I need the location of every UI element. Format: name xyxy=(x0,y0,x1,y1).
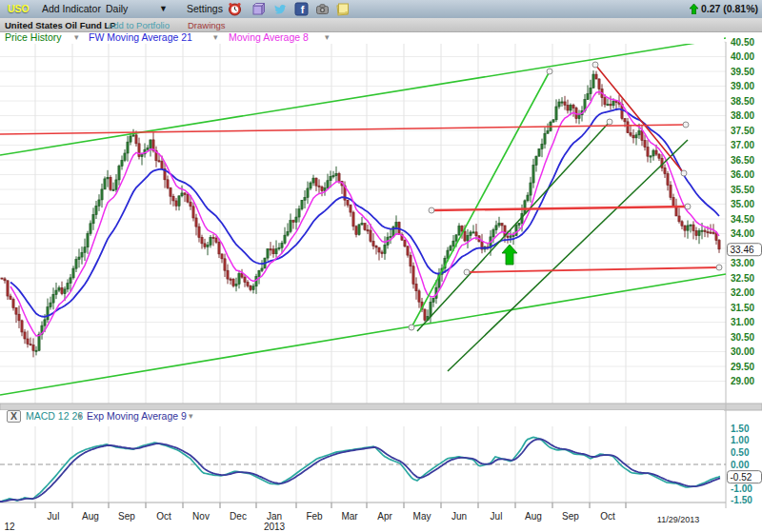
price-change-indicator: 0.27 (0.81%) xyxy=(690,3,758,14)
macd-signal-line xyxy=(0,439,720,502)
titlebar: United States Oil Fund LP Add to Portfol… xyxy=(0,18,762,32)
svg-text:0.00: 0.00 xyxy=(731,460,750,470)
facebook-icon[interactable]: f xyxy=(294,2,309,16)
svg-text:Aug: Aug xyxy=(525,511,542,522)
trendline-support-32.60[interactable] xyxy=(467,267,719,272)
svg-text:29.50: 29.50 xyxy=(731,362,754,372)
svg-text:1.50: 1.50 xyxy=(731,424,750,434)
trendline-handle[interactable] xyxy=(681,170,687,176)
svg-text:Jul: Jul xyxy=(491,511,503,522)
svg-text:May: May xyxy=(413,511,431,522)
camera-icon[interactable] xyxy=(315,2,330,16)
macd-signal-caret-icon[interactable]: ▾ xyxy=(189,411,193,421)
up-arrow-icon xyxy=(690,4,698,14)
price-history-caret-icon[interactable]: ▾ xyxy=(74,32,79,42)
price-macd-chart[interactable]: 40.5040.0039.5039.0038.5038.0037.5037.00… xyxy=(0,0,762,532)
svg-text:34.50: 34.50 xyxy=(731,214,754,225)
svg-text:Jan: Jan xyxy=(267,511,282,522)
svg-text:38.00: 38.00 xyxy=(731,110,754,121)
add-to-portfolio-link[interactable]: Add to Portfolio xyxy=(108,20,170,30)
svg-text:39.50: 39.50 xyxy=(731,67,754,77)
svg-text:32.50: 32.50 xyxy=(731,273,754,284)
instrument-name: United States Oil Fund LP xyxy=(5,20,116,30)
svg-text:40.50: 40.50 xyxy=(731,37,754,48)
svg-text:35.00: 35.00 xyxy=(731,199,754,209)
panel-separator[interactable] xyxy=(0,404,762,410)
price-axis-labels: 40.5040.0039.5039.0038.5038.0037.5037.00… xyxy=(731,37,754,387)
svg-text:Apr: Apr xyxy=(377,511,392,522)
ma8-caret-icon[interactable]: ▾ xyxy=(325,32,330,42)
svg-text:33.46: 33.46 xyxy=(731,245,754,255)
macd-line xyxy=(0,437,720,502)
svg-text:-0.52: -0.52 xyxy=(731,472,752,483)
svg-text:34.00: 34.00 xyxy=(731,228,754,239)
svg-text:Jul: Jul xyxy=(48,511,60,522)
trendline-handle[interactable] xyxy=(429,207,434,213)
svg-text:Feb: Feb xyxy=(306,511,323,522)
svg-text:-1.00: -1.00 xyxy=(731,483,752,494)
price-legend: Price History ▾ FW Moving Average 21 ▾ M… xyxy=(0,31,724,44)
svg-text:31.50: 31.50 xyxy=(731,303,754,313)
trendline-handle[interactable] xyxy=(409,325,414,330)
svg-text:Sep: Sep xyxy=(118,511,135,522)
timeframe-select[interactable]: Daily xyxy=(106,3,128,14)
svg-text:30.50: 30.50 xyxy=(731,332,754,343)
drawings-link[interactable]: Drawings xyxy=(188,20,226,30)
last-price-badge: 33.46 xyxy=(728,244,762,256)
svg-text:-1.50: -1.50 xyxy=(731,495,752,505)
svg-text:11/29/2013: 11/29/2013 xyxy=(657,515,699,524)
macd-axis-labels: 1.501.000.500.00-0.50-1.00-1.50 xyxy=(731,424,752,506)
svg-text:1.00: 1.00 xyxy=(731,435,750,445)
trendline-handle[interactable] xyxy=(685,204,691,209)
ma21-caret-icon[interactable]: ▾ xyxy=(213,32,218,42)
svg-text:Oct: Oct xyxy=(600,511,615,522)
notes-icon[interactable] xyxy=(335,2,350,16)
svg-text:Sep: Sep xyxy=(562,511,579,522)
svg-text:35.50: 35.50 xyxy=(731,185,754,195)
svg-text:Aug: Aug xyxy=(82,511,99,522)
twitter-icon[interactable] xyxy=(273,2,288,16)
svg-text:36.50: 36.50 xyxy=(731,155,754,166)
svg-text:29.00: 29.00 xyxy=(731,376,754,386)
symbol-label: USO xyxy=(8,3,30,14)
macd-value-badge: -0.52 xyxy=(728,471,762,483)
trendline-support-34.50[interactable] xyxy=(431,207,688,210)
legend-ma21[interactable]: FW Moving Average 21 xyxy=(89,31,192,43)
legend-macd-signal[interactable]: Exp Moving Average 9 xyxy=(87,410,187,422)
macd-panel-header: X MACD 12 26 ▾ Exp Moving Average 9 ▾ xyxy=(0,410,724,424)
svg-text:30.00: 30.00 xyxy=(731,346,754,357)
svg-text:39.00: 39.00 xyxy=(731,81,754,91)
legend-price-history[interactable]: Price History xyxy=(5,31,62,43)
svg-text:36.00: 36.00 xyxy=(731,169,754,180)
trendline-resistance-37.50[interactable] xyxy=(0,125,686,134)
trendline-handle[interactable] xyxy=(547,69,552,74)
svg-text:37.50: 37.50 xyxy=(731,126,754,136)
trendline-handle[interactable] xyxy=(716,265,722,270)
svg-text:2013: 2013 xyxy=(264,522,286,532)
svg-text:Dec: Dec xyxy=(230,511,247,522)
trendline-dark-uptrend-a[interactable] xyxy=(417,122,610,331)
trendline-handle[interactable] xyxy=(592,62,598,68)
svg-text:31.00: 31.00 xyxy=(731,317,754,327)
svg-text:33.00: 33.00 xyxy=(731,258,754,268)
alarm-clock-icon[interactable] xyxy=(228,2,242,16)
svg-text:12: 12 xyxy=(4,522,15,532)
legend-macd[interactable]: MACD 12 26 xyxy=(26,410,83,422)
legend-ma8[interactable]: Moving Average 8 xyxy=(229,31,309,43)
time-axis-labels: JulAugSepOctNovDecJanFebMarAprMayJunJulA… xyxy=(4,511,699,532)
database-icon[interactable] xyxy=(251,2,265,16)
svg-text:40.00: 40.00 xyxy=(731,51,754,62)
svg-text:Oct: Oct xyxy=(156,511,171,522)
macd-caret-icon[interactable]: ▾ xyxy=(78,411,83,421)
macd-close-button[interactable]: X xyxy=(7,410,21,423)
svg-text:Nov: Nov xyxy=(192,511,210,522)
trendline-handle[interactable] xyxy=(607,119,612,125)
timeframe-caret-icon[interactable]: ▼ xyxy=(159,4,168,13)
settings-button[interactable]: Settings xyxy=(187,3,223,14)
add-indicator-button[interactable]: Add Indicator xyxy=(42,3,101,14)
svg-text:38.50: 38.50 xyxy=(731,96,754,107)
svg-text:Mar: Mar xyxy=(341,511,358,522)
trendline-handle[interactable] xyxy=(464,269,470,275)
trendline-handle[interactable] xyxy=(683,122,689,128)
svg-text:Jun: Jun xyxy=(451,511,467,522)
